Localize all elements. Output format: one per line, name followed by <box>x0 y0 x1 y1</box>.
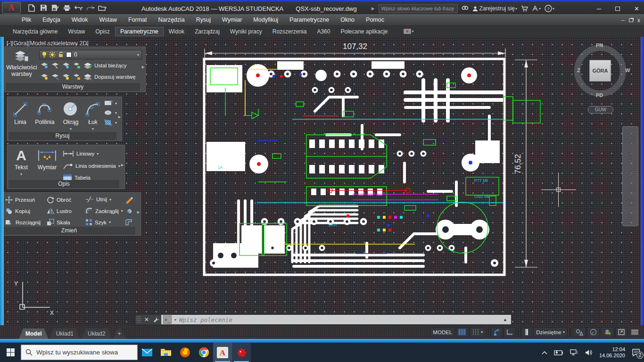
polyline-button[interactable]: Polilinia <box>32 101 58 125</box>
layer-isolate-icon[interactable] <box>51 62 59 69</box>
panel-rysuj-arrow-icon[interactable]: ► <box>117 115 122 119</box>
viewcube-south-label[interactable]: PD <box>596 92 603 98</box>
taskbar-mail-icon[interactable] <box>138 343 157 362</box>
taskbar-redapp-icon[interactable] <box>232 343 251 362</box>
taskbar-chrome-icon[interactable] <box>194 343 213 362</box>
layer-lock-tool-icon[interactable] <box>73 62 81 69</box>
menu-narzedzia[interactable]: Narzędzia <box>153 14 190 26</box>
search-icon[interactable] <box>462 6 469 12</box>
command-bar[interactable]: ✕ >_ ▾ ▲ <box>135 314 512 325</box>
match-properties-button[interactable] <box>125 196 133 204</box>
viewcube-north-label[interactable]: PN <box>596 42 603 48</box>
tab-zarzadzaj[interactable]: Zarządzaj <box>190 27 225 36</box>
orbit-icon[interactable] <box>625 184 636 192</box>
menu-wstaw[interactable]: Wstaw <box>93 14 123 26</box>
notification-icon[interactable]: 2 <box>632 349 640 356</box>
trim-button[interactable]: Utnij▾ <box>85 196 111 203</box>
ortho-button[interactable] <box>504 327 516 337</box>
layer-off-icon[interactable] <box>40 62 49 69</box>
battery-icon[interactable] <box>554 350 563 355</box>
layer-freeze-tool-icon[interactable] <box>62 62 70 69</box>
tab-uklad1[interactable]: Układ1 <box>50 329 80 339</box>
customize-menu-icon[interactable] <box>628 327 641 337</box>
redo-caret-icon[interactable]: ▾ <box>92 6 94 10</box>
layer-combo-caret-icon[interactable]: ▾ <box>137 53 139 57</box>
pcb-drawing[interactable]: 107,32 76,52 <box>202 41 551 286</box>
panel-zmien-title[interactable]: Zmień <box>3 227 135 235</box>
menu-rysuj[interactable]: Rysuj <box>190 14 216 26</box>
doc-minimize-button[interactable]: ─ <box>621 17 625 23</box>
circle-caret-icon[interactable]: ▾ <box>70 127 72 131</box>
circle-button[interactable]: Okrąg ▾ <box>59 101 83 131</box>
model-space-button[interactable]: MODEL <box>430 327 455 337</box>
menu-wymiar[interactable]: Wymiar <box>216 14 248 26</box>
taskbar-explorer-icon[interactable] <box>157 343 175 362</box>
save-button[interactable] <box>38 3 49 13</box>
match-layer-label[interactable]: Dopasuj warstwę <box>94 74 136 80</box>
infocenter-expand-icon[interactable]: ▶ <box>372 6 375 11</box>
workspace-switch-button[interactable] <box>601 327 614 337</box>
snap-button[interactable]: ▾ <box>470 327 486 337</box>
viewcube-east-label[interactable]: W <box>625 67 630 73</box>
layer-properties-button[interactable]: Właściwości warstwy <box>6 50 37 77</box>
viewport-controls[interactable]: [-][Góra][Model szkieletowy 2D] <box>7 40 89 47</box>
doc-close-button[interactable]: x <box>637 17 640 24</box>
panel-warstwy-title[interactable]: Warstwy <box>6 83 140 91</box>
command-input-area[interactable]: >_ ▾ ▲ <box>161 315 511 324</box>
tab-narzedzia-glowne[interactable]: Narzędzia główne <box>8 27 63 36</box>
menu-widok[interactable]: Widok <box>66 14 94 26</box>
command-history-icon[interactable]: ▲ <box>503 317 507 322</box>
navigation-wheel-icon[interactable] <box>625 133 636 144</box>
taskbar-search-input[interactable] <box>36 349 126 356</box>
line-button[interactable]: Linia <box>10 101 31 125</box>
leader-row[interactable]: Linia odniesienia ▾ <box>63 163 120 169</box>
move-button[interactable]: Przesuń <box>5 196 35 204</box>
mirror-button[interactable]: Lustro <box>47 207 72 214</box>
ellipse-tool[interactable]: ▾ <box>104 110 117 115</box>
match-layer-icon[interactable] <box>83 73 92 81</box>
arc-caret-icon[interactable]: ▾ <box>92 127 94 131</box>
layer-sun-icon[interactable] <box>62 73 70 81</box>
layer-on-tool-icon[interactable] <box>40 73 49 81</box>
command-tools-icon[interactable] <box>151 314 161 325</box>
grid-button[interactable] <box>456 327 469 337</box>
tab-wyniki-pracy[interactable]: Wyniki pracy <box>225 27 267 36</box>
minimize-button[interactable]: ─ <box>597 5 601 12</box>
tab-uklad2[interactable]: Układ2 <box>81 329 112 339</box>
layer-unlock-icon[interactable] <box>73 73 81 81</box>
redo-button[interactable]: ▾ <box>85 3 96 13</box>
undo-button[interactable]: ▾ <box>74 3 84 13</box>
doc-restore-button[interactable] <box>629 18 633 22</box>
save-as-button[interactable] <box>50 3 60 13</box>
layer-thaw-icon[interactable] <box>51 73 59 81</box>
fillet-button[interactable]: Zaokrąglij▾ <box>85 207 123 214</box>
wcs-button[interactable]: GUW <box>588 106 613 114</box>
new-file-button[interactable] <box>26 3 37 13</box>
command-grip[interactable] <box>136 316 141 323</box>
navigation-bar[interactable] <box>622 126 638 226</box>
copy-button[interactable]: Kopiuj <box>5 207 30 214</box>
clock[interactable]: 12:04 14.06.2020 <box>599 346 625 359</box>
tab-polecane-aplikacje[interactable]: Polecane aplikacje <box>335 27 393 36</box>
units-dropdown[interactable]: Dziesiętne▾ <box>533 327 568 337</box>
explode-button[interactable] <box>125 207 133 214</box>
pan-icon[interactable] <box>626 151 635 160</box>
command-input[interactable] <box>179 316 500 323</box>
linear-dim-row[interactable]: Liniowy ▾ <box>63 150 99 157</box>
menu-edycja[interactable]: Edycja <box>37 14 66 26</box>
tray-chevron-icon[interactable] <box>542 351 547 354</box>
arc-button[interactable]: Łuk ▾ <box>83 101 102 131</box>
close-button[interactable]: ✕ <box>634 5 639 12</box>
start-button[interactable] <box>0 343 21 362</box>
navbar-options-icon[interactable] <box>627 214 633 220</box>
plot-button[interactable] <box>62 3 72 13</box>
menu-okno[interactable]: Okno <box>335 14 360 26</box>
viewcube-top-face[interactable]: GÓRA <box>589 60 611 82</box>
help-icon[interactable]: ?▾ <box>545 5 554 12</box>
panel-opis-title[interactable]: Opis <box>8 180 119 188</box>
autoscale-button[interactable] <box>587 327 600 337</box>
autocad-logo-icon[interactable]: A <box>2 2 21 14</box>
set-current-icon[interactable] <box>83 62 92 69</box>
menu-format[interactable]: Format <box>123 14 153 26</box>
menu-modyfikuj[interactable]: Modyfikuj <box>248 14 284 26</box>
